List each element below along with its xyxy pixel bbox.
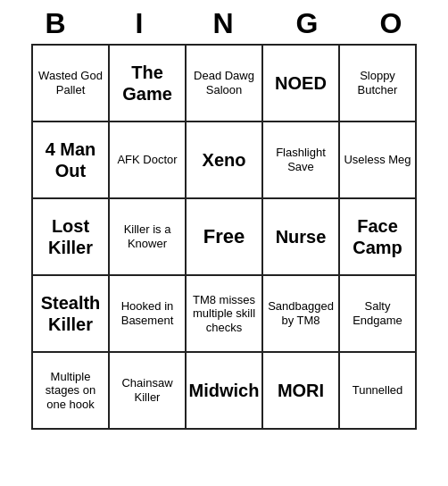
cell-4-3[interactable]: MORI — [263, 353, 340, 430]
cell-4-4[interactable]: Tunnelled — [340, 353, 417, 430]
cell-0-3[interactable]: NOED — [263, 46, 340, 122]
cell-1-1[interactable]: AFK Doctor — [110, 122, 187, 199]
cell-2-0[interactable]: Lost Killer — [33, 199, 110, 276]
cell-2-4[interactable]: Face Camp — [340, 199, 417, 276]
cell-0-4[interactable]: Sloppy Butcher — [340, 46, 417, 122]
cell-3-0[interactable]: Stealth Killer — [33, 276, 110, 353]
cell-4-2[interactable]: Midwich — [187, 353, 263, 430]
bingo-title: BINGO — [14, 0, 434, 44]
cell-3-3[interactable]: Sandbagged by TM8 — [263, 276, 340, 353]
cell-3-4[interactable]: Salty Endgame — [340, 276, 417, 353]
bingo-grid: Wasted God PalletThe GameDead Dawg Saloo… — [31, 44, 417, 430]
cell-3-2[interactable]: TM8 misses multiple skill checks — [187, 276, 263, 353]
cell-1-2[interactable]: Xeno — [187, 122, 263, 199]
cell-0-2[interactable]: Dead Dawg Saloon — [187, 46, 263, 122]
cell-2-2[interactable]: Free — [187, 199, 263, 276]
bingo-letter: N — [186, 7, 262, 40]
cell-1-4[interactable]: Useless Meg — [340, 122, 417, 199]
bingo-letter: I — [102, 7, 178, 40]
bingo-letter: O — [353, 7, 430, 40]
cell-2-1[interactable]: Killer is a Knower — [110, 199, 187, 276]
cell-2-3[interactable]: Nurse — [263, 199, 340, 276]
cell-3-1[interactable]: Hooked in Basement — [110, 276, 187, 353]
cell-4-0[interactable]: Multiple stages on one hook — [33, 353, 110, 430]
cell-0-0[interactable]: Wasted God Pallet — [33, 46, 110, 122]
cell-1-3[interactable]: Flashlight Save — [263, 122, 340, 199]
cell-1-0[interactable]: 4 Man Out — [33, 122, 110, 199]
cell-4-1[interactable]: Chainsaw Killer — [110, 353, 187, 430]
bingo-letter: G — [270, 7, 346, 40]
bingo-letter: B — [18, 7, 95, 40]
cell-0-1[interactable]: The Game — [110, 46, 187, 122]
